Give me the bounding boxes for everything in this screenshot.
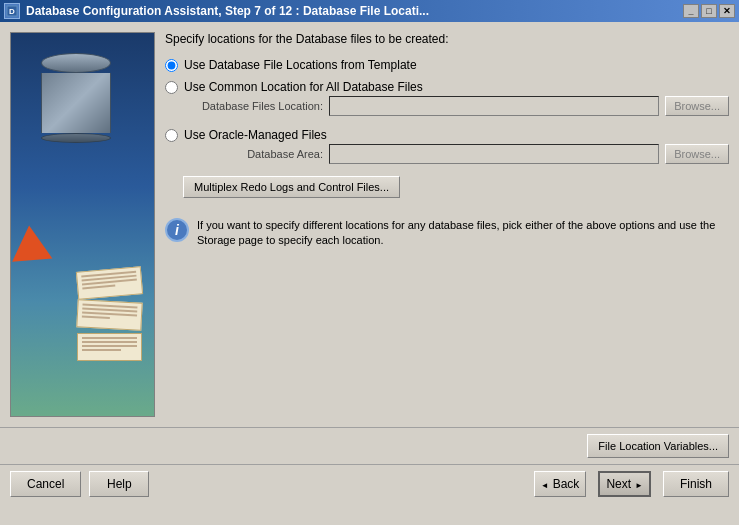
db-files-location-label: Database Files Location: [183, 100, 323, 112]
next-label: Next [606, 477, 631, 491]
title-bar-text: Database Configuration Assistant, Step 7… [26, 4, 429, 18]
label-oracle[interactable]: Use Oracle-Managed Files [184, 128, 327, 142]
main-window: D Database Configuration Assistant, Step… [0, 0, 739, 503]
title-bar-icon: D [4, 3, 20, 19]
browse-btn-common[interactable]: Browse... [665, 96, 729, 116]
svg-text:D: D [9, 7, 15, 16]
radio-common[interactable] [165, 81, 178, 94]
oracle-managed-sub: Database Area: Browse... [183, 144, 729, 164]
title-bar: D Database Configuration Assistant, Step… [0, 0, 739, 22]
label-template[interactable]: Use Database File Locations from Templat… [184, 58, 417, 72]
database-icon [41, 53, 111, 133]
cancel-button[interactable]: Cancel [10, 471, 81, 497]
option-common: Use Common Location for All Database Fil… [165, 80, 729, 120]
db-files-location-input[interactable] [329, 96, 659, 116]
maximize-btn[interactable]: □ [701, 4, 717, 18]
title-bar-controls: _ □ ✕ [683, 4, 735, 18]
right-panel: Specify locations for the Database files… [165, 32, 729, 417]
back-arrow-icon [541, 477, 549, 491]
cylinder-body [41, 73, 111, 133]
content-area: Specify locations for the Database files… [0, 22, 739, 427]
browse-btn-oracle[interactable]: Browse... [665, 144, 729, 164]
file-location-area: File Location Variables... [0, 427, 739, 464]
papers-graphic [77, 269, 146, 361]
next-button-group: Next [598, 471, 651, 497]
db-area-label: Database Area: [183, 148, 323, 160]
file-location-variables-button[interactable]: File Location Variables... [587, 434, 729, 458]
close-btn[interactable]: ✕ [719, 4, 735, 18]
arrow-graphic [19, 231, 54, 271]
back-button-group: Back [534, 471, 587, 497]
instruction-text: Specify locations for the Database files… [165, 32, 729, 46]
info-icon: i [165, 218, 189, 242]
option-oracle-managed: Use Oracle-Managed Files Database Area: … [165, 128, 729, 168]
label-common[interactable]: Use Common Location for All Database Fil… [184, 80, 423, 94]
footer-bar: Cancel Help Back Next Finish [0, 464, 739, 503]
cylinder-bottom [41, 133, 111, 143]
help-button[interactable]: Help [89, 471, 149, 497]
info-text: If you want to specify different locatio… [197, 218, 729, 249]
db-area-input[interactable] [329, 144, 659, 164]
multiplex-button[interactable]: Multiplex Redo Logs and Control Files... [183, 176, 400, 198]
next-arrow-icon [635, 477, 643, 491]
radio-template[interactable] [165, 59, 178, 72]
left-panel [10, 32, 155, 417]
option-template[interactable]: Use Database File Locations from Templat… [165, 58, 729, 72]
finish-button[interactable]: Finish [663, 471, 729, 497]
back-button[interactable]: Back [534, 471, 587, 497]
radio-oracle[interactable] [165, 129, 178, 142]
back-label: Back [553, 477, 580, 491]
minimize-btn[interactable]: _ [683, 4, 699, 18]
cylinder-top [41, 53, 111, 73]
info-box: i If you want to specify different locat… [165, 214, 729, 253]
multiplex-container: Multiplex Redo Logs and Control Files... [165, 176, 729, 198]
next-button[interactable]: Next [598, 471, 651, 497]
common-location-sub: Database Files Location: Browse... [183, 96, 729, 116]
